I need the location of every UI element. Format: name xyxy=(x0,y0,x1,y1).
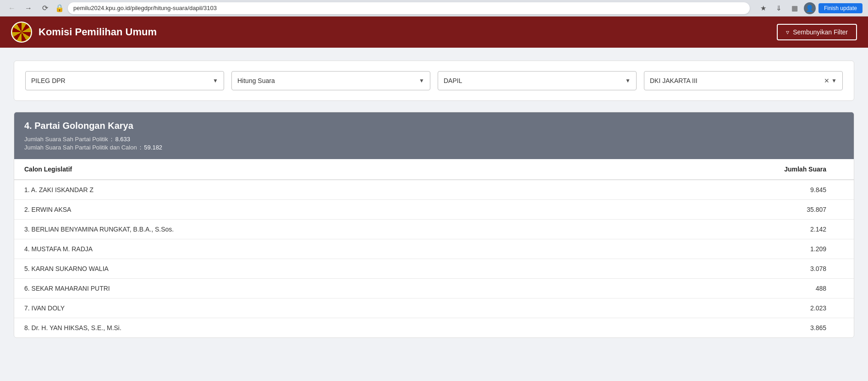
candidate-name: 2. ERWIN AKSA xyxy=(14,200,586,220)
dapil-dropdown-arrow: ▼ xyxy=(625,77,631,84)
hitung-suara-filter[interactable]: Hitung Suara ▼ xyxy=(231,71,430,90)
dki-dropdown-arrow: ▼ xyxy=(831,77,837,84)
dki-jakarta-filter[interactable]: DKI JAKARTA III ✕ ▼ xyxy=(644,71,843,90)
table-row: 8. Dr. H. YAN HIKSAS, S.E., M.Si. 3.865 xyxy=(14,318,854,338)
stat-1-value: 8.633 xyxy=(115,136,130,143)
candidate-name: 8. Dr. H. YAN HIKSAS, S.E., M.Si. xyxy=(14,318,586,338)
app-title: Komisi Pemilihan Umum xyxy=(38,26,157,38)
security-icon: 🔒 xyxy=(55,4,64,12)
table-row: 3. BERLIAN BENYAMINA RUNGKAT, B.B.A., S.… xyxy=(14,220,854,239)
stat-1-label: Jumlah Suara Sah Partai Politik xyxy=(24,136,108,143)
hitung-filter-label: Hitung Suara xyxy=(237,77,419,84)
candidate-votes: 3.865 xyxy=(586,318,854,338)
forward-button[interactable]: → xyxy=(22,2,35,15)
table-row: 5. KARAN SUKARNO WALIA 3.078 xyxy=(14,259,854,279)
candidate-table: Calon Legislatif Jumlah Suara 1. A. ZAKI… xyxy=(14,159,854,337)
party-name: 4. Partai Golongan Karya xyxy=(24,121,844,131)
dapil-filter[interactable]: DAPIL ▼ xyxy=(438,71,637,90)
pileg-filter-label: PILEG DPR xyxy=(31,77,213,84)
download-button[interactable]: ⇓ xyxy=(773,2,786,15)
candidate-name: 7. IVAN DOLY xyxy=(14,298,586,318)
address-bar[interactable] xyxy=(68,2,750,14)
party-stat-1: Jumlah Suara Sah Partai Politik : 8.633 xyxy=(24,136,844,143)
app-header: Komisi Pemilihan Umum ▿ Sembunyikan Filt… xyxy=(0,17,868,48)
back-button[interactable]: ← xyxy=(5,2,18,15)
table-header-row: Calon Legislatif Jumlah Suara xyxy=(14,159,854,180)
reload-button[interactable]: ⟳ xyxy=(38,2,51,15)
browser-chrome: ← → ⟳ 🔒 ★ ⇓ ▦ 👤 Finish update xyxy=(0,0,868,17)
dki-filter-label: DKI JAKARTA III xyxy=(650,77,824,84)
candidate-votes: 1.209 xyxy=(586,239,854,259)
candidate-votes: 9.845 xyxy=(586,180,854,200)
stat-2-value: 59.182 xyxy=(144,144,162,151)
party-stats: Jumlah Suara Sah Partai Politik : 8.633 … xyxy=(24,136,844,151)
filter-icon: ▿ xyxy=(786,28,789,36)
stat-2-label: Jumlah Suara Sah Partai Politik dan Calo… xyxy=(24,144,137,151)
party-stat-2: Jumlah Suara Sah Partai Politik dan Calo… xyxy=(24,144,844,151)
table-row: 1. A. ZAKI ISKANDAR Z 9.845 xyxy=(14,180,854,200)
finish-update-button[interactable]: Finish update xyxy=(819,3,863,13)
dki-filter-clear[interactable]: ✕ xyxy=(824,77,830,84)
profile-avatar[interactable]: 👤 xyxy=(804,2,816,14)
filter-row: PILEG DPR ▼ Hitung Suara ▼ DAPIL ▼ DKI J… xyxy=(14,61,854,101)
party-card: 4. Partai Golongan Karya Jumlah Suara Sa… xyxy=(14,112,854,338)
candidate-votes: 3.078 xyxy=(586,259,854,279)
table-row: 7. IVAN DOLY 2.023 xyxy=(14,298,854,318)
candidate-votes: 35.807 xyxy=(586,200,854,220)
candidate-name: 6. SEKAR MAHARANI PUTRI xyxy=(14,279,586,298)
bookmark-button[interactable]: ★ xyxy=(757,2,770,15)
table-row: 6. SEKAR MAHARANI PUTRI 488 xyxy=(14,279,854,298)
table-row: 4. MUSTAFA M. RADJA 1.209 xyxy=(14,239,854,259)
extensions-button[interactable]: ▦ xyxy=(788,2,801,15)
hide-filter-button[interactable]: ▿ Sembunyikan Filter xyxy=(777,24,857,40)
candidate-votes: 488 xyxy=(586,279,854,298)
kpu-logo xyxy=(11,22,32,43)
candidate-votes: 2.023 xyxy=(586,298,854,318)
hitung-dropdown-arrow: ▼ xyxy=(419,77,424,84)
candidate-name: 1. A. ZAKI ISKANDAR Z xyxy=(14,180,586,200)
candidate-votes: 2.142 xyxy=(586,220,854,239)
pileg-dropdown-arrow: ▼ xyxy=(213,77,218,84)
dapil-filter-label: DAPIL xyxy=(444,77,625,84)
party-header: 4. Partai Golongan Karya Jumlah Suara Sa… xyxy=(14,112,854,159)
col-votes-header: Jumlah Suara xyxy=(586,159,854,180)
chrome-actions: ★ ⇓ ▦ 👤 Finish update xyxy=(757,2,863,15)
main-content: PILEG DPR ▼ Hitung Suara ▼ DAPIL ▼ DKI J… xyxy=(0,48,868,351)
candidate-name: 5. KARAN SUKARNO WALIA xyxy=(14,259,586,279)
header-logo: Komisi Pemilihan Umum xyxy=(11,22,157,43)
table-row: 2. ERWIN AKSA 35.807 xyxy=(14,200,854,220)
col-candidate-header: Calon Legislatif xyxy=(14,159,586,180)
pileg-dpr-filter[interactable]: PILEG DPR ▼ xyxy=(25,71,224,90)
candidate-name: 3. BERLIAN BENYAMINA RUNGKAT, B.B.A., S.… xyxy=(14,220,586,239)
hide-filter-label: Sembunyikan Filter xyxy=(793,28,848,36)
candidate-name: 4. MUSTAFA M. RADJA xyxy=(14,239,586,259)
